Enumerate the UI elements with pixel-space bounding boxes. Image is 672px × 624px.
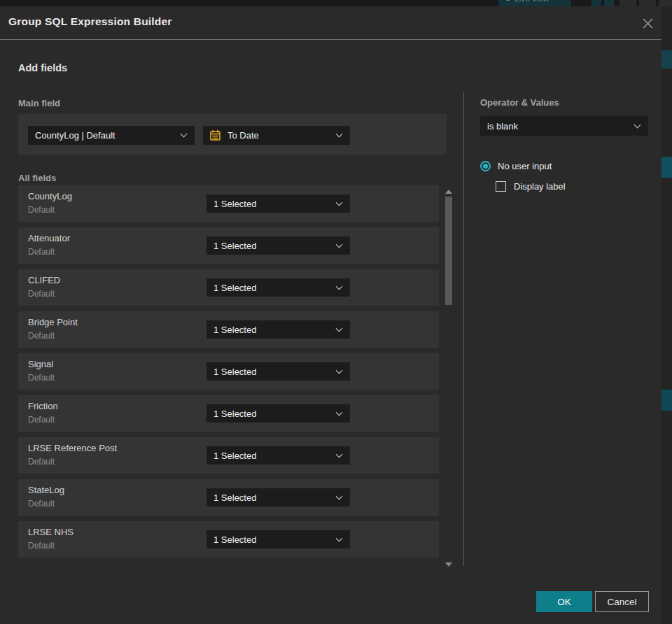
radio-selected-icon bbox=[480, 161, 491, 171]
field-subtitle: Default bbox=[28, 331, 55, 341]
field-name: LRSE NHS bbox=[28, 527, 74, 537]
main-field-label: Main field bbox=[18, 98, 60, 108]
dialog-header: Group SQL Expression Builder bbox=[0, 6, 662, 40]
background-ui-fragment bbox=[639, 0, 656, 6]
field-name: StateLog bbox=[28, 485, 64, 495]
field-subtitle: Default bbox=[28, 541, 55, 551]
background-ui-fragment bbox=[659, 0, 672, 6]
field-row-clifed: CLIFED Default 1 Selected bbox=[18, 269, 439, 306]
field-selected-dropdown[interactable]: 1 Selected bbox=[206, 488, 350, 506]
cancel-button[interactable]: Cancel bbox=[595, 591, 649, 612]
background-app-top-strip: Live view bbox=[0, 0, 672, 6]
field-row-lrse-nhs: LRSE NHS Default 1 Selected bbox=[18, 521, 439, 558]
live-view-label: Live view bbox=[514, 0, 549, 3]
field-subtitle: Default bbox=[28, 289, 55, 299]
chevron-down-icon bbox=[336, 451, 343, 458]
operator-select-value: is blank bbox=[480, 121, 629, 132]
field-subtitle: Default bbox=[28, 499, 55, 509]
chevron-down-icon bbox=[336, 409, 343, 416]
field-selected-value: 1 Selected bbox=[206, 325, 331, 335]
scrollbar-down-arrow[interactable] bbox=[445, 562, 452, 567]
field-selected-dropdown[interactable]: 1 Selected bbox=[206, 362, 350, 381]
field-selected-dropdown[interactable]: 1 Selected bbox=[206, 236, 350, 255]
field-selected-value: 1 Selected bbox=[206, 492, 331, 503]
field-name: CountyLog bbox=[28, 191, 72, 201]
field-selected-value: 1 Selected bbox=[206, 367, 331, 377]
field-name: Attenuator bbox=[28, 233, 70, 243]
chevron-down-icon bbox=[181, 131, 188, 138]
checkbox-unchecked-icon bbox=[496, 181, 506, 192]
field-selected-dropdown[interactable]: 1 Selected bbox=[206, 278, 350, 297]
field-subtitle: Default bbox=[28, 415, 55, 425]
chevron-down-icon bbox=[336, 367, 343, 374]
calendar-icon bbox=[209, 129, 221, 141]
field-subtitle: Default bbox=[28, 247, 55, 257]
field-selected-value: 1 Selected bbox=[206, 451, 331, 461]
live-view-dot-icon bbox=[505, 0, 510, 1]
chevron-down-icon bbox=[336, 131, 343, 138]
no-user-input-radio[interactable]: No user input bbox=[480, 161, 552, 171]
field-name: Signal bbox=[28, 359, 53, 369]
date-type-select-value: To Date bbox=[221, 130, 331, 141]
field-name: LRSE Reference Post bbox=[28, 443, 117, 453]
display-label-checkbox[interactable]: Display label bbox=[496, 181, 566, 192]
chevron-down-icon bbox=[634, 121, 641, 128]
field-selected-value: 1 Selected bbox=[206, 283, 331, 293]
field-selected-value: 1 Selected bbox=[206, 241, 331, 251]
field-selected-value: 1 Selected bbox=[206, 199, 331, 209]
scrollbar-thumb[interactable] bbox=[445, 197, 452, 305]
field-selected-value: 1 Selected bbox=[206, 534, 331, 545]
main-field-select[interactable]: CountyLog | Default bbox=[28, 126, 195, 145]
field-row-lrse-reference-post: LRSE Reference Post Default 1 Selected bbox=[18, 437, 439, 474]
background-app-right-strip bbox=[662, 6, 672, 624]
chevron-down-icon bbox=[336, 492, 343, 499]
field-subtitle: Default bbox=[28, 457, 55, 467]
background-ui-fragment bbox=[592, 0, 601, 6]
main-field-select-value: CountyLog | Default bbox=[28, 130, 176, 141]
field-row-statelog: StateLog Default 1 Selected bbox=[18, 479, 439, 516]
field-selected-value: 1 Selected bbox=[206, 409, 331, 419]
field-row-bridge-point: Bridge Point Default 1 Selected bbox=[18, 311, 439, 348]
all-fields-label: All fields bbox=[18, 173, 56, 183]
ok-button[interactable]: OK bbox=[536, 591, 592, 612]
background-ui-fragment bbox=[604, 0, 614, 6]
background-ui-fragment bbox=[662, 50, 672, 69]
operator-values-label: Operator & Values bbox=[480, 97, 559, 108]
dialog-title: Group SQL Expression Builder bbox=[8, 15, 172, 28]
field-selected-dropdown[interactable]: 1 Selected bbox=[206, 530, 350, 548]
field-selected-dropdown[interactable]: 1 Selected bbox=[206, 320, 350, 339]
field-name: CLIFED bbox=[28, 275, 60, 285]
field-row-countylog: CountyLog Default 1 Selected bbox=[18, 185, 439, 222]
no-user-input-label: No user input bbox=[498, 161, 552, 171]
background-ui-fragment bbox=[620, 0, 636, 6]
field-subtitle: Default bbox=[28, 205, 55, 215]
field-selected-dropdown[interactable]: 1 Selected bbox=[206, 404, 350, 423]
add-fields-heading: Add fields bbox=[18, 62, 67, 73]
scrollbar-up-arrow[interactable] bbox=[445, 190, 452, 194]
field-subtitle: Default bbox=[28, 373, 55, 383]
chevron-down-icon bbox=[336, 241, 343, 248]
field-selected-dropdown[interactable]: 1 Selected bbox=[206, 194, 350, 213]
panel-divider bbox=[463, 92, 464, 566]
field-row-friction: Friction Default 1 Selected bbox=[18, 395, 439, 432]
display-label-label: Display label bbox=[514, 181, 566, 192]
date-type-select[interactable]: To Date bbox=[203, 126, 350, 145]
operator-select[interactable]: is blank bbox=[480, 116, 648, 136]
live-view-tab: Live view bbox=[498, 0, 571, 6]
field-name: Bridge Point bbox=[28, 317, 78, 327]
background-ui-fragment bbox=[662, 157, 672, 178]
field-selected-dropdown[interactable]: 1 Selected bbox=[206, 446, 350, 465]
main-field-container: CountyLog | Default To Date bbox=[18, 114, 447, 155]
chevron-down-icon bbox=[336, 199, 343, 206]
background-ui-fragment bbox=[662, 390, 672, 411]
chevron-down-icon bbox=[336, 534, 343, 541]
chevron-down-icon bbox=[336, 325, 343, 332]
close-button[interactable] bbox=[639, 15, 656, 31]
chevron-down-icon bbox=[336, 283, 343, 290]
field-name: Friction bbox=[28, 401, 58, 411]
field-row-attenuator: Attenuator Default 1 Selected bbox=[18, 227, 439, 264]
close-icon bbox=[642, 17, 654, 29]
field-row-signal: Signal Default 1 Selected bbox=[18, 353, 439, 390]
group-sql-expression-builder-dialog: Group SQL Expression Builder Add fields … bbox=[0, 6, 662, 624]
